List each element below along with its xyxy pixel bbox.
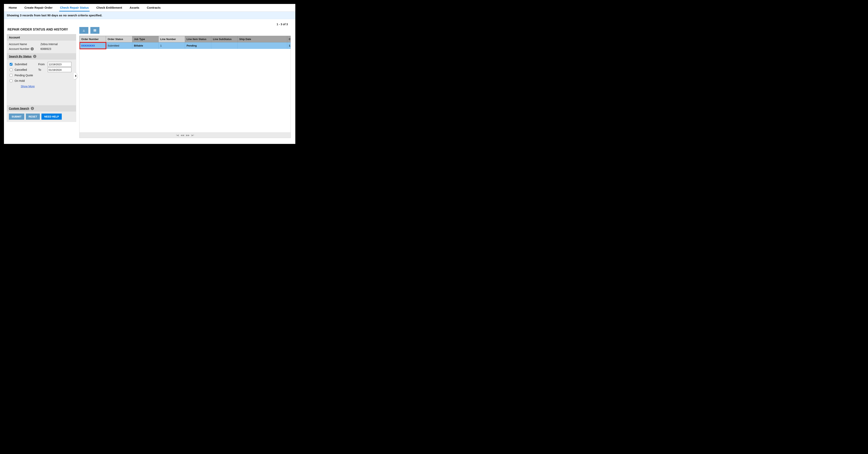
download-button[interactable] xyxy=(79,27,88,34)
to-date-row: To xyxy=(38,67,71,72)
col-order-number[interactable]: Order Number xyxy=(80,36,106,42)
status-on-hold-label: On Hold xyxy=(14,79,25,83)
cell-line-item-status: Pending xyxy=(185,42,211,49)
status-submitted-label: Submitted xyxy=(14,63,27,66)
account-name-row: Account Name Zebra Internal xyxy=(9,42,74,46)
cell-line-substatus xyxy=(211,42,238,49)
status-on-hold[interactable]: On Hold xyxy=(9,78,35,84)
status-submitted-checkbox[interactable] xyxy=(10,63,12,66)
reset-button[interactable]: RESET xyxy=(26,114,40,120)
cell-order-number[interactable]: XXXXXXXX xyxy=(80,42,106,49)
custom-search-header: Custom Search i xyxy=(7,105,76,111)
status-checkboxes: Submitted Cancelled Pending Quote xyxy=(9,62,35,88)
table-header-row: Order Number Order Status Job Type Line … xyxy=(80,36,291,42)
tab-home[interactable]: Home xyxy=(8,5,18,11)
main-columns: REPAIR ORDER STATUS AND HISTORY Account … xyxy=(7,27,292,138)
table-row[interactable]: XXXXXXXX Submitted Billable 1 Pending 11… xyxy=(80,42,291,49)
col-line-item-status[interactable]: Line Item Status xyxy=(185,36,211,42)
app-window: Home Create Repair Order Check Repair St… xyxy=(4,4,296,144)
to-label: To xyxy=(38,68,46,71)
pager-prev-icon[interactable]: ◀◀ xyxy=(181,134,184,137)
info-icon[interactable]: i xyxy=(31,47,34,51)
tab-create-repair-order[interactable]: Create Repair Order xyxy=(24,5,54,11)
account-number-label: Account Number i xyxy=(9,47,38,51)
need-help-button[interactable]: NEED HELP xyxy=(41,114,62,120)
cell-job-type: Billable xyxy=(132,42,158,49)
status-pending-quote-checkbox[interactable] xyxy=(10,74,12,77)
grid-toolbar xyxy=(79,27,292,34)
action-buttons: SUBMIT RESET NEED HELP xyxy=(7,111,76,122)
tab-assets[interactable]: Assets xyxy=(129,5,140,11)
status-pending-quote[interactable]: Pending Quote xyxy=(9,72,35,78)
cell-ship-date xyxy=(238,42,287,49)
date-range: From To xyxy=(38,62,71,88)
status-pending-quote-label: Pending Quote xyxy=(14,74,33,77)
order-number-link[interactable]: XXXXXXXX xyxy=(81,44,95,47)
sidebar-collapse-handle[interactable] xyxy=(74,72,78,79)
account-name-value: Zebra Internal xyxy=(40,42,58,46)
info-icon[interactable]: i xyxy=(31,107,34,110)
col-customer-due-date[interactable]: Customer Due Date xyxy=(287,36,290,42)
status-cancelled-checkbox[interactable] xyxy=(10,68,12,71)
status-submitted[interactable]: Submitted xyxy=(9,62,35,67)
results-grid: Order Number Order Status Job Type Line … xyxy=(79,36,291,138)
account-number-row: Account Number i 6088923 xyxy=(9,46,74,51)
col-job-type[interactable]: Job Type xyxy=(132,36,158,42)
account-name-label: Account Name xyxy=(9,42,38,46)
search-by-status-body: Submitted Cancelled Pending Quote xyxy=(7,60,76,90)
pager-last-icon[interactable]: ▶I xyxy=(191,134,194,137)
filters-panel: Account Account Name Zebra Internal Acco… xyxy=(7,34,76,122)
status-on-hold-checkbox[interactable] xyxy=(10,79,12,82)
to-date-input[interactable] xyxy=(48,67,71,72)
columns-icon xyxy=(93,29,97,32)
chevron-left-icon xyxy=(75,75,77,77)
info-banner: Showing 3 records from last 90 days as n… xyxy=(4,12,295,19)
status-cancelled[interactable]: Cancelled xyxy=(9,67,35,72)
filter-sidebar: REPAIR ORDER STATUS AND HISTORY Account … xyxy=(7,27,76,122)
tab-check-repair-status[interactable]: Check Repair Status xyxy=(59,5,90,11)
cell-line-number: 1 xyxy=(159,42,185,49)
spacer xyxy=(7,90,76,105)
page-title: REPAIR ORDER STATUS AND HISTORY xyxy=(7,28,76,31)
from-label: From xyxy=(38,63,46,66)
account-number-value: 6088923 xyxy=(40,47,51,51)
status-cancelled-label: Cancelled xyxy=(14,68,27,71)
col-order-status[interactable]: Order Status xyxy=(106,36,132,42)
pager-next-icon[interactable]: ▶▶ xyxy=(186,134,190,137)
col-ship-date[interactable]: Ship Date xyxy=(238,36,287,42)
results-area: Order Number Order Status Job Type Line … xyxy=(79,27,292,138)
orders-table: Order Number Order Status Job Type Line … xyxy=(80,36,290,49)
col-line-number[interactable]: Line Number xyxy=(159,36,185,42)
from-date-input[interactable] xyxy=(48,62,71,67)
show-more-link[interactable]: Show More xyxy=(21,85,35,88)
info-icon[interactable]: i xyxy=(33,55,36,58)
top-tabs: Home Create Repair Order Check Repair St… xyxy=(4,4,295,12)
custom-search-title: Custom Search xyxy=(9,107,29,110)
pager-first-icon[interactable]: I◀ xyxy=(176,134,179,137)
tab-check-entitlement[interactable]: Check Entitlement xyxy=(95,5,123,11)
account-body: Account Name Zebra Internal Account Numb… xyxy=(7,41,76,53)
account-number-label-text: Account Number xyxy=(9,47,29,51)
record-range: 1 - 3 of 3 xyxy=(7,21,292,27)
columns-button[interactable] xyxy=(90,27,99,34)
tab-contracts[interactable]: Contracts xyxy=(146,5,161,11)
col-line-substatus[interactable]: Line SubStatus xyxy=(211,36,238,42)
grid-pager: I◀ ◀◀ ▶▶ ▶I xyxy=(80,132,290,138)
submit-button[interactable]: SUBMIT xyxy=(9,114,24,120)
grid-scroll[interactable]: Order Number Order Status Job Type Line … xyxy=(80,36,290,132)
search-by-status-header: Search By Status i xyxy=(7,53,76,60)
search-by-status-title: Search By Status xyxy=(9,55,32,58)
content-area: 1 - 3 of 3 REPAIR ORDER STATUS AND HISTO… xyxy=(4,19,295,144)
account-section-header: Account xyxy=(7,34,76,41)
download-icon xyxy=(82,29,86,32)
cell-customer-due: 11/26/2023 11:0 xyxy=(287,42,290,49)
cell-order-status: Submitted xyxy=(106,42,132,49)
from-date-row: From xyxy=(38,62,71,67)
